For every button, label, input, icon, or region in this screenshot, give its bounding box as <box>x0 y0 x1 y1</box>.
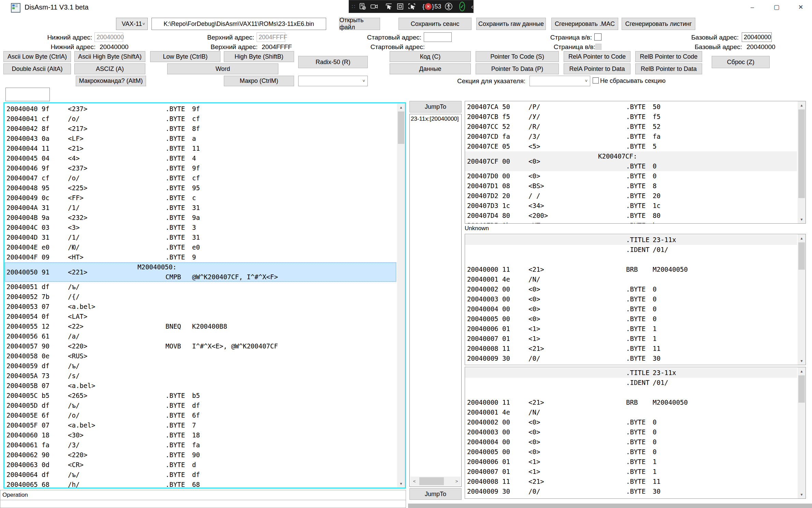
code-button[interactable]: Код (C) <box>390 51 471 62</box>
search-box[interactable] <box>5 88 50 101</box>
listing-row[interactable]: 20040055 12<22>BNEQK200400B8 <box>4 322 396 331</box>
scroll-left-icon[interactable]: < <box>410 477 418 486</box>
listing-row[interactable]: 2004004B 9a<232>.BYTE9a <box>4 213 396 223</box>
listing-row[interactable]: 200407CB f5/У/.BYTEf5 <box>465 112 797 122</box>
listing-row[interactable]: 20040041 cf/o/.BYTEcf <box>4 114 396 124</box>
listing-row[interactable]: 20040045 04<4>.BYTE4 <box>4 153 396 163</box>
window-capture-icon[interactable] <box>396 2 404 11</box>
listing-row[interactable]: 20040009 30/0/.BYTE30 <box>465 487 797 496</box>
listing-row[interactable]: 20040001 4e/N/ <box>465 274 797 284</box>
listing-row[interactable]: 2004004D 31/1/.BYTE31 <box>4 233 396 242</box>
high-address-input[interactable]: 2004FFFF <box>257 32 285 42</box>
listing-row[interactable]: 20040062 90<220>.BYTE90 <box>4 450 396 460</box>
listing-row[interactable]: 20040059 df/ъ/ <box>4 361 396 371</box>
listing-row[interactable]: 2004005D df/ъ/.BYTEdf <box>4 401 396 410</box>
no-reset-section-checkbox[interactable] <box>593 77 599 84</box>
right-bottom-scrollbar[interactable]: ▲ ▼ <box>798 367 806 498</box>
low-byte-button[interactable]: Low Byte (CtrlB) <box>150 51 220 62</box>
listing-row[interactable]: 20040003 00<0>.BYTE0 <box>465 294 797 304</box>
listing-row[interactable]: 20040065 68/h/.BYTE68 <box>4 480 396 489</box>
scroll-up-icon[interactable]: ▲ <box>397 103 405 111</box>
listing-row[interactable]: 2004005C b5<265>.BYTEb5 <box>4 391 396 401</box>
scroll-up-icon[interactable]: ▲ <box>798 234 806 242</box>
macro-select[interactable]: ˅ <box>298 76 368 86</box>
capture-log-icon[interactable] <box>359 2 367 11</box>
listing-row[interactable]: 20040007 01<1>.BYTE1 <box>465 334 797 344</box>
listing-row[interactable]: 20040040 9f<237>.BYTE9f <box>4 104 396 114</box>
listing-row[interactable]: 20040054 0f<LAT> <box>4 312 396 322</box>
listing-row[interactable]: 20040004 00<0>.BYTE0 <box>465 437 797 447</box>
listing-row[interactable]: 200407D4 80<200>.BYTE80 <box>465 211 797 221</box>
left-panel-scrollbar[interactable]: ▲ ▼ <box>397 103 405 488</box>
jump-list-hscrollbar[interactable]: < > <box>410 477 461 486</box>
scroll-down-icon[interactable]: ▼ <box>798 357 806 365</box>
listing-row[interactable]: 20040052 7b/{/ <box>4 292 396 302</box>
right-top-scrollbar[interactable]: ▲ ▼ <box>798 101 806 223</box>
module-listing-panel[interactable]: .TITLE23-11x.IDENT/01/20040000 11<21>BRB… <box>465 234 806 365</box>
listing-row[interactable]: 20040048 95<225>.BYTE95 <box>4 183 396 193</box>
asciz-button[interactable]: ASCIZ (A) <box>74 63 145 74</box>
listing-row[interactable]: 200407D0 00<0>.BYTE0 <box>465 171 797 181</box>
listing-row[interactable]: 200407D1 08<BS>.BYTE8 <box>465 181 797 191</box>
listing-row[interactable]: 200407CA 50/P/.BYTE50 <box>465 102 797 112</box>
cpu-select[interactable]: VAX-11 ˅ <box>116 18 148 30</box>
jump-list[interactable]: 23-11x:[20040000] < > <box>409 114 462 487</box>
listing-row[interactable]: .IDENT/01/ <box>465 378 797 388</box>
base-address-input[interactable]: 20040000 <box>742 32 772 42</box>
listing-row[interactable]: 20040006 01<1>.BYTE1 <box>465 324 797 334</box>
rela-pointer-to-data-button[interactable]: RelA Pointer to Data <box>564 63 630 74</box>
scrollbar-thumb[interactable] <box>798 375 805 403</box>
listing-row[interactable] <box>465 388 797 398</box>
scrollbar-thumb[interactable] <box>419 477 444 485</box>
listing-row[interactable]: 200407D5 0b<VT>.BYTEb <box>465 221 797 224</box>
jumpto-bottom-button[interactable]: JumpTo <box>409 488 462 500</box>
listing-row[interactable]: .TITLE23-11x <box>465 368 797 378</box>
listing-row[interactable]: 20040000 11<21>BRBM20040050 <box>465 398 797 407</box>
scrollbar-thumb[interactable] <box>798 109 805 198</box>
drag-handle-icon[interactable]: ∷ <box>352 3 356 10</box>
listing-row[interactable]: 20040061 fa/З/.BYTEfa <box>4 440 396 450</box>
open-file-button[interactable]: Открыть файл <box>339 18 380 30</box>
listing-row[interactable]: 20040063 0d<CR>.BYTEd <box>4 460 396 470</box>
jumpto-top-button[interactable]: JumpTo <box>409 101 462 113</box>
listing-row[interactable]: 20040003 00<0>.BYTE0 <box>465 427 797 437</box>
rela-pointer-to-code-button[interactable]: RelA Pointer to Code <box>564 51 630 62</box>
listing-row[interactable]: 200407CC 52/R/.BYTE52 <box>465 122 797 132</box>
minimize-button[interactable]: – <box>741 0 764 14</box>
listing-row[interactable]: 20040051 df/ъ/ <box>4 282 396 292</box>
listing-row[interactable]: 200407CD fa/З/.BYTEfa <box>465 132 797 141</box>
listing-row[interactable]: 20040057 90<220>MOVBI^#^X<E>, @W^K200407… <box>4 341 396 351</box>
accessibility-icon[interactable] <box>444 2 453 11</box>
listing-row[interactable]: 20040042 8f<217>.BYTE8f <box>4 124 396 134</box>
listing-row[interactable]: 20040053 07<a.bel> <box>4 302 396 312</box>
listing-row[interactable]: 20040058 0e<RUS> <box>4 351 396 361</box>
listing-row[interactable]: 20040005 00<0>.BYTE0 <box>465 314 797 324</box>
file-path-input[interactable]: K:\Repo\ForDebug\DisAsm\VAX11\ROMs\23-11… <box>151 18 326 30</box>
section-select[interactable]: ˅ <box>530 76 590 86</box>
ascii-high-byte-button[interactable]: Ascii High Byte (ShiftA) <box>74 51 145 62</box>
listing-row[interactable]: 20040002 00<0>.BYTE0 <box>465 417 797 427</box>
listing-row[interactable]: 20040005 00<0>.BYTE0 <box>465 447 797 457</box>
listing-row[interactable]: .TITLE23-11x <box>465 235 797 245</box>
right-mid-scrollbar[interactable]: ▲ ▼ <box>798 234 806 365</box>
generate-mac-button[interactable]: Сгенерировать .MAC <box>551 18 618 30</box>
listing-row[interactable]: 2004005A 73/s/ <box>4 371 396 381</box>
listing-row[interactable]: 2004005F 07<a.bel>.BYTE7 <box>4 420 396 430</box>
listing-row[interactable]: 20040046 9f<237>.BYTE9f <box>4 163 396 173</box>
listing-row[interactable]: 2004005E 6f/o/.BYTE6f <box>4 410 396 420</box>
low-address-input[interactable]: 20040000 <box>95 32 123 42</box>
save-session-button[interactable]: Сохранить сеанс <box>398 18 472 30</box>
ascii-low-byte-button[interactable]: Ascii Low Byte (CtrlA) <box>3 51 71 62</box>
main-listing-panel[interactable]: 20040040 9f<237>.BYTE9f20040041 cf/o/.BY… <box>3 102 406 489</box>
reset-button[interactable]: Сброс (Z) <box>712 56 770 68</box>
scrollbar-thumb[interactable] <box>398 111 404 144</box>
listing-row[interactable]: 20040002 00<0>.BYTE0 <box>465 284 797 294</box>
macro-button[interactable]: Макро (CtrlM) <box>224 76 294 86</box>
scroll-down-icon[interactable]: ▼ <box>798 491 806 498</box>
listing-row[interactable]: 20040050 91<221>M20040050:CMPB@W^K200407… <box>4 262 396 282</box>
listing-row[interactable]: 20040007 01<1>.BYTE1 <box>465 467 797 477</box>
scroll-up-icon[interactable]: ▲ <box>798 367 806 375</box>
high-byte-button[interactable]: High Byte (ShiftB) <box>224 51 294 62</box>
listing-row[interactable]: 20040000 11<21>BRBM20040050 <box>465 265 797 274</box>
listing-row[interactable]: 2004004A 31/1/.BYTE31 <box>4 203 396 213</box>
